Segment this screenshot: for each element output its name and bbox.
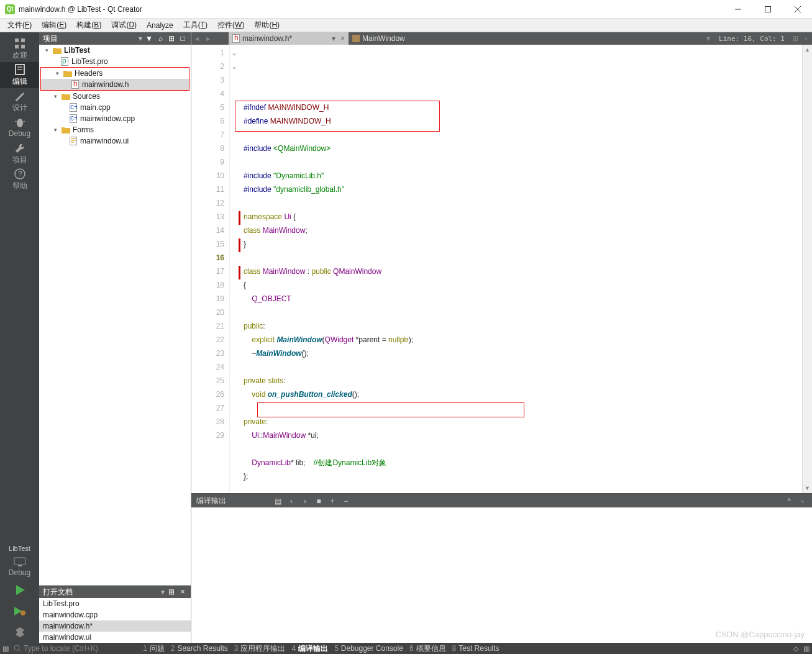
close-tab-icon[interactable]: × xyxy=(340,34,345,43)
menu-item[interactable]: 文件(F) xyxy=(4,19,35,32)
status-tab[interactable]: 3 应用程序输出 xyxy=(234,643,286,654)
maximize-button[interactable] xyxy=(759,3,777,16)
tree-project-root[interactable]: ▾ LibTest xyxy=(39,45,191,56)
open-doc-item[interactable]: mainwindow.cpp xyxy=(39,609,191,620)
tree-file-mainwindow-h[interactable]: h mainwindow.h xyxy=(41,79,189,90)
fold-gutter[interactable]: ⌄⌄ xyxy=(230,45,239,493)
tree-file-pro[interactable]: p LibTest.pro xyxy=(39,56,191,67)
svg-text:?: ? xyxy=(18,170,22,178)
output-panel-title: 编译输出 xyxy=(196,496,226,506)
menu-item[interactable]: 帮助(H) xyxy=(250,19,283,32)
status-close-icon[interactable]: ◇ xyxy=(793,645,798,653)
debug-run-button[interactable] xyxy=(13,601,27,622)
close-button[interactable] xyxy=(788,3,807,16)
nav-back-icon[interactable]: ◂ xyxy=(191,34,203,43)
project-panel-title: 项目 xyxy=(43,34,136,44)
svg-point-20 xyxy=(21,611,25,615)
menu-item[interactable]: Analyze xyxy=(143,20,177,31)
mode-欢迎[interactable]: 欢迎 xyxy=(0,36,39,62)
svg-text:h: h xyxy=(73,80,78,88)
split-icon[interactable]: □ xyxy=(178,34,187,43)
file-tab-label: mainwindow.h* xyxy=(242,34,292,43)
output-panel-body[interactable]: CSDN @Cappuccino-jay xyxy=(191,507,812,643)
code-area[interactable]: #ifndef MAINWINDOW_H #define MAINWINDOW_… xyxy=(239,45,802,493)
next-output-icon[interactable]: › xyxy=(301,497,309,506)
tree-folder-headers[interactable]: ▾ Headers xyxy=(41,68,189,79)
minimize-button[interactable] xyxy=(729,3,747,16)
status-tab[interactable]: 1 问题 xyxy=(143,643,165,654)
add-icon[interactable]: ⊞ xyxy=(167,34,176,43)
prev-output-icon[interactable]: ‹ xyxy=(287,497,296,506)
project-tree[interactable]: ▾ LibTest p LibTest.pro ▾ Headers h main… xyxy=(39,45,191,585)
svg-rect-7 xyxy=(21,45,25,48)
link-icon[interactable]: ⌕ xyxy=(156,34,165,43)
svg-rect-16 xyxy=(14,558,25,565)
mode-sidebar: 欢迎编辑设计Debug项目?帮助 LibTest Debug xyxy=(0,32,39,643)
project-panel-header: 项目 ▾ ▼ ⌕ ⊞ □ xyxy=(39,32,191,45)
status-tab[interactable]: 8 Test Results xyxy=(452,643,500,654)
build-button[interactable] xyxy=(14,622,26,643)
status-tab[interactable]: 4 编译输出 xyxy=(291,643,328,654)
menu-item[interactable]: 控件(W) xyxy=(214,19,248,32)
close-panel-icon[interactable]: × xyxy=(178,588,187,596)
open-doc-item[interactable]: mainwindow.h* xyxy=(39,620,191,632)
filter-output-icon[interactable]: ▤ xyxy=(273,497,282,506)
line-gutter[interactable]: 1234567891011121314151617181920212223242… xyxy=(191,45,230,493)
editor-toolbar: ◂ ▸ h mainwindow.h* ▾ × MainWindow ▾ Lin… xyxy=(191,32,812,45)
split-icon[interactable]: ⊞ xyxy=(167,588,176,596)
mode-设计[interactable]: 设计 xyxy=(0,88,39,114)
svg-rect-29 xyxy=(70,137,77,145)
svg-text:c+: c+ xyxy=(70,103,77,111)
stop-output-icon[interactable]: ■ xyxy=(314,497,323,506)
status-right-icon[interactable]: ▥ xyxy=(803,645,810,653)
vertical-scrollbar[interactable]: ▲ ▼ xyxy=(802,45,812,493)
locator-input[interactable]: Type to locate (Ctrl+K) xyxy=(14,644,138,653)
svg-point-11 xyxy=(17,119,23,127)
status-tab[interactable]: 2 Search Results xyxy=(171,643,228,654)
status-tab[interactable]: 5 Debugger Console xyxy=(334,643,403,654)
zoom-in-icon[interactable]: + xyxy=(328,497,337,506)
expand-output-icon[interactable]: ^ xyxy=(785,497,793,506)
popout-output-icon[interactable]: ▫ xyxy=(798,497,807,506)
run-button[interactable] xyxy=(14,579,26,601)
menu-item[interactable]: 构建(B) xyxy=(73,19,105,32)
mode-编辑[interactable]: 编辑 xyxy=(0,62,39,88)
nav-fwd-icon[interactable]: ▸ xyxy=(203,34,214,43)
tree-file-main-cpp[interactable]: c+ main.cpp xyxy=(39,102,191,113)
mode-项目[interactable]: 项目 xyxy=(0,140,39,166)
open-doc-item[interactable]: LibTest.pro xyxy=(39,598,191,609)
kit-selector[interactable]: Debug xyxy=(0,553,39,579)
locator-placeholder: Type to locate (Ctrl+K) xyxy=(24,644,98,653)
symbol-tab[interactable]: MainWindow xyxy=(349,32,409,45)
filter-icon[interactable]: ▼ xyxy=(145,34,153,43)
svg-rect-1 xyxy=(765,6,771,12)
kit-selector-project[interactable]: LibTest xyxy=(9,545,30,552)
file-tab[interactable]: h mainwindow.h* ▾ × xyxy=(229,32,349,45)
open-docs-list[interactable]: LibTest.promainwindow.cppmainwindow.h*ma… xyxy=(39,598,191,643)
zoom-out-icon[interactable]: − xyxy=(342,497,350,506)
mode-Debug[interactable]: Debug xyxy=(0,114,39,140)
split-editor-icon[interactable]: ⊞ xyxy=(790,34,801,43)
tree-folder-sources[interactable]: ▾ Sources xyxy=(39,91,191,102)
tree-file-mainwindow-ui[interactable]: mainwindow.ui xyxy=(39,135,191,147)
menu-item[interactable]: 调试(D) xyxy=(107,19,140,32)
menu-bar: 文件(F)编辑(E)构建(B)调试(D)Analyze工具(T)控件(W)帮助(… xyxy=(0,19,812,32)
code-editor[interactable]: 1234567891011121314151617181920212223242… xyxy=(191,45,812,493)
title-bar: Qt mainwindow.h @ LibTest - Qt Creator xyxy=(0,0,812,19)
svg-rect-17 xyxy=(18,565,22,566)
menu-item[interactable]: 工具(T) xyxy=(180,19,211,32)
open-docs-header: 打开文档 ▾ ⊞ × xyxy=(39,586,191,598)
open-doc-item[interactable]: mainwindow.ui xyxy=(39,632,191,643)
svg-rect-6 xyxy=(15,45,19,48)
svg-text:p: p xyxy=(62,57,66,65)
toggle-sidebar-icon[interactable]: ▥ xyxy=(2,645,9,653)
tree-file-mainwindow-cpp[interactable]: c+ mainwindow.cpp xyxy=(39,113,191,124)
editor-menu-icon[interactable]: ▫ xyxy=(801,34,812,43)
svg-rect-4 xyxy=(15,39,19,42)
tree-folder-forms[interactable]: ▾ Forms xyxy=(39,124,191,135)
mode-帮助[interactable]: ?帮助 xyxy=(0,166,39,193)
menu-item[interactable]: 编辑(E) xyxy=(38,19,70,32)
symbol-tab-label: MainWindow xyxy=(362,34,405,43)
svg-line-34 xyxy=(19,650,21,652)
status-tab[interactable]: 6 概要信息 xyxy=(409,643,446,654)
